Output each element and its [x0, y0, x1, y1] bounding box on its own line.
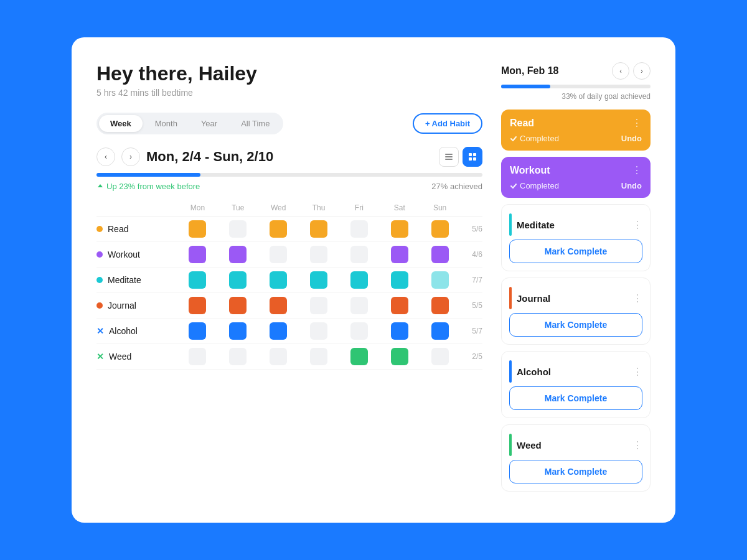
meditate-wed[interactable] [270, 271, 287, 289]
journal-mon[interactable] [189, 297, 206, 314]
alcohol-tue[interactable] [229, 322, 247, 340]
prev-week-button[interactable]: ‹ [96, 147, 115, 166]
right-next-button[interactable]: › [633, 62, 651, 80]
read-completed-text: Completed [510, 134, 559, 143]
meditate-mon[interactable] [189, 271, 206, 289]
read-tue[interactable] [229, 220, 247, 238]
workout-card-menu-icon[interactable]: ⋮ [632, 164, 642, 176]
meditate-thu[interactable] [310, 271, 327, 289]
day-fri: Fri [339, 203, 379, 212]
journal-sat[interactable] [391, 297, 408, 314]
weed-pending-card: Weed ⋮ Mark Complete [501, 424, 651, 492]
table-row: Meditate 7/7 [96, 268, 482, 293]
journal-dot-icon [96, 302, 103, 309]
habit-weed-name: ✕ Weed [96, 352, 177, 362]
right-prev-button[interactable]: ‹ [612, 62, 629, 80]
habit-table: Mon Tue Wed Thu Fri Sat Sun Read [96, 203, 482, 370]
journal-sun[interactable] [431, 297, 449, 314]
read-mon[interactable] [189, 220, 206, 238]
meditate-fri[interactable] [350, 271, 368, 289]
meditate-tue[interactable] [229, 271, 247, 289]
read-fri[interactable] [350, 220, 368, 238]
greeting-title: Hey there, Hailey [96, 62, 482, 85]
tab-month[interactable]: Month [144, 115, 189, 132]
workout-undo-button[interactable]: Undo [621, 181, 642, 190]
meditate-sun[interactable] [431, 271, 449, 289]
workout-sat[interactable] [391, 246, 408, 263]
weed-menu-icon[interactable]: ⋮ [632, 439, 642, 451]
svg-rect-5 [469, 157, 472, 161]
read-wed[interactable] [270, 220, 287, 238]
alcohol-wed[interactable] [270, 322, 287, 340]
svg-rect-0 [445, 154, 453, 155]
table-row: Journal 5/5 [96, 293, 482, 319]
alcohol-menu-icon[interactable]: ⋮ [632, 366, 642, 378]
weed-wed[interactable] [270, 348, 287, 365]
weed-tue[interactable] [229, 348, 247, 365]
meditate-mark-complete-button[interactable]: Mark Complete [509, 240, 642, 263]
tab-week[interactable]: Week [99, 115, 143, 132]
workout-thu[interactable] [310, 246, 327, 263]
journal-wed[interactable] [270, 297, 287, 314]
workout-card-status: Completed Undo [510, 181, 642, 190]
read-sun[interactable] [431, 220, 449, 238]
weed-fri[interactable] [350, 348, 368, 365]
workout-fri[interactable] [350, 246, 368, 263]
journal-mark-complete-button[interactable]: Mark Complete [509, 313, 642, 337]
day-thu: Thu [299, 203, 339, 212]
habit-alcohol-name: ✕ Alcohol [96, 326, 177, 336]
weed-sat[interactable] [391, 348, 408, 365]
meditate-dot-icon [96, 277, 103, 283]
week-label: Mon, 2/4 - Sun, 2/10 [146, 149, 273, 165]
weed-bar-icon [509, 434, 512, 456]
journal-thu[interactable] [310, 297, 327, 314]
table-row: ✕ Weed 2/5 [96, 344, 482, 370]
right-progress-fill [501, 85, 550, 88]
journal-menu-icon[interactable]: ⋮ [632, 292, 642, 304]
read-card-menu-icon[interactable]: ⋮ [632, 117, 642, 129]
weed-sun[interactable] [431, 348, 449, 365]
grid-view-button[interactable] [463, 147, 482, 167]
alcohol-x-icon: ✕ [96, 326, 104, 336]
tab-alltime[interactable]: All Time [230, 115, 281, 132]
tab-year[interactable]: Year [190, 115, 228, 132]
alcohol-mon[interactable] [189, 322, 206, 340]
alcohol-mark-complete-button[interactable]: Mark Complete [509, 386, 642, 410]
read-card-name: Read [510, 118, 534, 129]
weed-thu[interactable] [310, 348, 327, 365]
journal-tue[interactable] [229, 297, 247, 314]
journal-fri[interactable] [350, 297, 368, 314]
workout-wed[interactable] [270, 246, 287, 263]
alcohol-thu[interactable] [310, 322, 327, 340]
right-panel: Mon, Feb 18 ‹ › 33% of daily goal achiev… [501, 62, 651, 498]
list-view-button[interactable] [439, 147, 459, 167]
workout-mon[interactable] [189, 246, 206, 263]
journal-score: 5/5 [460, 301, 482, 310]
alcohol-sun[interactable] [431, 322, 449, 340]
journal-pending-left: Journal [509, 287, 550, 309]
week-stats: Up 23% from week before 27% achieved [96, 182, 482, 191]
next-week-button[interactable]: › [121, 147, 140, 166]
workout-sun[interactable] [431, 246, 449, 263]
alcohol-sat[interactable] [391, 322, 408, 340]
table-row: ✕ Alcohol 5/7 [96, 319, 482, 344]
week-progress-bar [96, 173, 482, 177]
weed-mon[interactable] [189, 348, 206, 365]
period-tabs-row: Week Month Year All Time + Add Habit [96, 113, 482, 134]
alcohol-fri[interactable] [350, 322, 368, 340]
habit-journal-name: Journal [96, 301, 177, 310]
meditate-sat[interactable] [391, 271, 408, 289]
svg-rect-6 [473, 157, 476, 161]
meditate-menu-icon[interactable]: ⋮ [632, 219, 642, 231]
add-habit-button[interactable]: + Add Habit [413, 113, 482, 134]
alcohol-pending-left: Alcohol [509, 360, 551, 383]
journal-pending-header: Journal ⋮ [509, 281, 642, 313]
workout-dot-icon [96, 251, 103, 258]
read-sat[interactable] [391, 220, 408, 238]
workout-score: 4/6 [460, 250, 482, 259]
workout-tue[interactable] [229, 246, 247, 263]
read-thu[interactable] [310, 220, 327, 238]
day-wed: Wed [258, 203, 299, 212]
read-undo-button[interactable]: Undo [621, 134, 642, 143]
weed-mark-complete-button[interactable]: Mark Complete [509, 460, 642, 483]
